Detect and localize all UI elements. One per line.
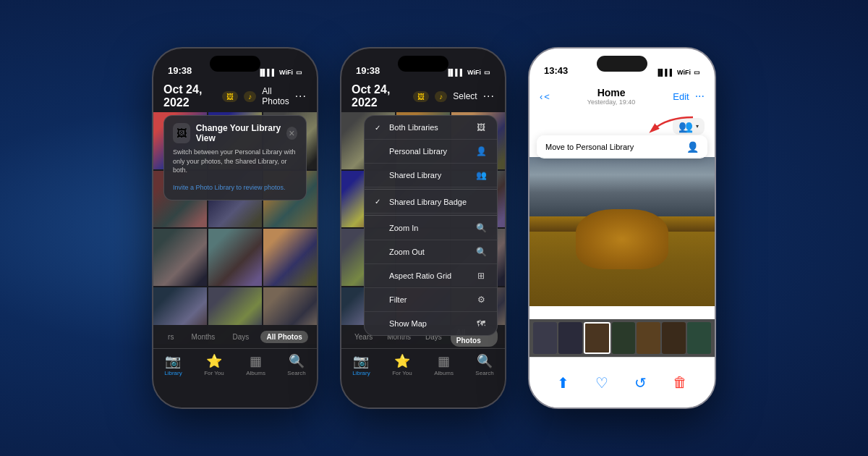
tab-foryou-2[interactable]: ⭐ For You	[392, 355, 412, 376]
people-filter-badge[interactable]: 👥 ▾	[673, 118, 705, 135]
menu-zoom-in[interactable]: Zoom In 🔍	[365, 216, 497, 240]
film-cell-7[interactable]	[687, 322, 711, 354]
shared-library-badge-label: Shared Library Badge	[389, 198, 467, 206]
menu-divider-2	[365, 215, 497, 216]
menu-personal-library[interactable]: Personal Library 👤	[365, 140, 497, 164]
nav-more-btn[interactable]: ···	[695, 90, 705, 103]
film-cell-1[interactable]	[533, 322, 557, 354]
menu-badge-left: ✓ Shared Library Badge	[375, 198, 467, 206]
tab-search-1[interactable]: 🔍 Search	[287, 355, 305, 376]
personal-library-icon: 👤	[475, 146, 487, 156]
phone-2: 19:38 ▐▌▌▌ WiFi ▭ Oct 24, 2022 🖼 ♪ Selec…	[340, 47, 506, 409]
tab-days-1[interactable]: Days	[226, 331, 255, 343]
menu-filter[interactable]: Filter ⚙	[365, 288, 497, 312]
rotate-icon[interactable]: ↺	[634, 374, 647, 392]
filmstrip[interactable]	[529, 319, 715, 357]
timeline-tabs-1: rs Months Days All Photos	[153, 325, 317, 348]
personal-library-label: Personal Library	[389, 147, 447, 156]
time-2: 19:38	[356, 65, 380, 76]
phone2-screen: 19:38 ▐▌▌▌ WiFi ▭ Oct 24, 2022 🖼 ♪ Selec…	[341, 48, 505, 408]
film-cell-5[interactable]	[637, 322, 660, 354]
dog-photo	[529, 157, 715, 306]
battery-icon-2: ▭	[484, 69, 490, 76]
popup-link[interactable]: Invite a Photo Library to review photos.	[173, 184, 286, 191]
status-icons-3: ▐▌▌▌ WiFi ▭	[656, 69, 700, 76]
time-3: 13:43	[544, 65, 568, 76]
nav-icon-music-1: ♪	[244, 91, 256, 102]
tab-allphotos-1[interactable]: All Photos	[260, 331, 307, 343]
menu-personal-left: Personal Library	[375, 147, 447, 156]
menu-zoom-out[interactable]: Zoom Out 🔍	[365, 240, 497, 264]
edit-btn[interactable]: Edit	[673, 91, 689, 102]
heart-icon[interactable]: ♡	[595, 374, 608, 392]
film-cell-6[interactable]	[662, 322, 686, 354]
tab-library-2[interactable]: 📷 Library	[352, 355, 370, 376]
nav-dots-2[interactable]: ···	[483, 90, 495, 103]
zoom-in-label: Zoom In	[389, 224, 418, 232]
dynamic-island-3	[597, 56, 647, 72]
light-nav-right: Edit ···	[673, 90, 705, 103]
zoom-out-label: Zoom Out	[389, 248, 425, 256]
trash-icon[interactable]: 🗑	[673, 374, 687, 391]
photo-cell-8[interactable]	[208, 229, 262, 286]
move-to-personal-banner[interactable]: Move to Personal Library 👤	[537, 135, 707, 159]
tab-months-1[interactable]: Months	[186, 331, 221, 343]
dynamic-island-2	[398, 56, 448, 72]
nav-right-1: 🖼 ♪ All Photos ···	[222, 86, 307, 106]
aspect-ratio-label: Aspect Ratio Grid	[389, 271, 451, 280]
bottom-tabs-1: 📷 Library ⭐ For You ▦ Albums 🔍 Search	[153, 348, 317, 408]
tab-albums-2[interactable]: ▦ Albums	[434, 355, 454, 376]
nav-right-2: 🖼 ♪ Select ···	[413, 90, 495, 103]
back-label: <	[544, 91, 550, 102]
wifi-icon-1: WiFi	[279, 69, 293, 76]
menu-both-libraries[interactable]: ✓ Both Libraries 🖼	[365, 116, 497, 140]
menu-shared-library[interactable]: Shared Library 👥	[365, 164, 497, 187]
back-btn[interactable]: ‹ <	[540, 91, 550, 102]
both-libraries-icon: 🖼	[475, 122, 487, 132]
popup-body: Switch between your Personal Library wit…	[173, 148, 297, 175]
film-cell-3[interactable]	[584, 322, 610, 354]
menu-shared-library-badge[interactable]: ✓ Shared Library Badge	[365, 191, 497, 214]
wifi-icon-3: WiFi	[677, 69, 691, 76]
nav-dots-1[interactable]: ···	[295, 90, 307, 103]
status-icons-1: ▐▌▌▌ WiFi ▭	[258, 69, 302, 76]
photo-cell-7[interactable]	[153, 229, 207, 286]
tab-foryou-1[interactable]: ⭐ For You	[204, 355, 224, 376]
foryou-tab-label-1: For You	[204, 370, 224, 376]
nav-icon-music-2: ♪	[435, 91, 447, 102]
film-cell-4[interactable]	[612, 322, 636, 354]
tab-search-2[interactable]: 🔍 Search	[475, 355, 493, 376]
menu-show-map[interactable]: Show Map 🗺	[365, 312, 497, 335]
photo-cell-9[interactable]	[263, 229, 317, 286]
menu-zoomin-left: Zoom In	[375, 224, 418, 232]
nav-subtitle: Yesterday, 19:40	[587, 98, 636, 106]
people-icon: 👥	[678, 119, 693, 133]
shared-library-icon: 👥	[475, 170, 487, 180]
tab-years-1[interactable]: rs	[162, 331, 179, 343]
aspect-ratio-icon: ⊞	[475, 271, 487, 281]
film-cell-2[interactable]	[558, 322, 582, 354]
both-libraries-label: Both Libraries	[389, 123, 438, 132]
main-photo-area[interactable]	[529, 157, 715, 306]
light-nav-header: ‹ < Home Yesterday, 19:40 Edit ···	[529, 80, 715, 112]
popup-title-row: 🖼 Change Your Library View	[173, 123, 286, 143]
menu-zoomout-left: Zoom Out	[375, 248, 425, 256]
signal-icon-1: ▐▌▌▌	[258, 69, 277, 76]
nav-title-text: Home	[597, 87, 626, 98]
menu-aspect-ratio[interactable]: Aspect Ratio Grid ⊞	[365, 264, 497, 288]
show-map-label: Show Map	[389, 319, 427, 328]
search-tab-label-1: Search	[287, 370, 305, 376]
popup-close-btn[interactable]: ×	[286, 127, 297, 140]
share-icon[interactable]: ⬆	[557, 374, 569, 392]
phone3-screen: 13:43 ▐▌▌▌ WiFi ▭ ‹ < Home Yesterday, 19…	[529, 48, 715, 408]
badge-check-icon: ✓	[375, 198, 383, 206]
select-btn-2[interactable]: Select	[453, 91, 477, 101]
tab-library-1[interactable]: 📷 Library	[164, 355, 182, 376]
menu-aspect-left: Aspect Ratio Grid	[375, 271, 451, 280]
library-tab-label-1: Library	[164, 370, 182, 376]
select-btn-1[interactable]: All Photos	[262, 86, 289, 106]
filter-label: Filter	[389, 295, 407, 304]
nav-date-2: Oct 24, 2022	[352, 83, 413, 109]
search-tab-icon-1: 🔍	[289, 355, 305, 368]
tab-albums-1[interactable]: ▦ Albums	[246, 355, 265, 376]
